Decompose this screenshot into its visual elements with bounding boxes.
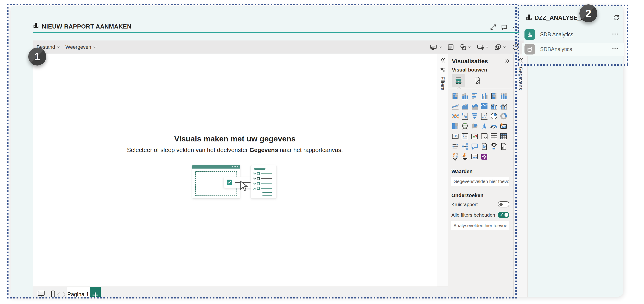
visual-power-automate-visual[interactable] bbox=[460, 152, 469, 161]
page-boundary-line bbox=[33, 282, 437, 282]
collapse-left-icon[interactable] bbox=[440, 57, 446, 63]
visual-funnel-chart[interactable] bbox=[470, 112, 479, 121]
chevron-down-icon bbox=[57, 46, 60, 48]
visual-metrics[interactable] bbox=[490, 142, 498, 151]
visual-100-stacked-bar-chart[interactable] bbox=[490, 91, 498, 101]
expand-right-icon[interactable] bbox=[504, 58, 510, 65]
svg-text:123: 123 bbox=[502, 125, 506, 128]
visual-paginated-report[interactable] bbox=[499, 142, 508, 151]
refresh-icon[interactable] bbox=[612, 14, 620, 22]
visual-line-and-stacked-column-chart[interactable] bbox=[490, 101, 498, 111]
visual-card-new[interactable]: 123 bbox=[499, 122, 508, 131]
visual-filled-map[interactable] bbox=[470, 122, 479, 131]
annotation-box-2-right bbox=[627, 5, 628, 66]
visual-line-chart[interactable] bbox=[451, 101, 460, 111]
add-page-button[interactable] bbox=[90, 287, 101, 297]
canvas-empty-subtitle: Selecteer of sleep velden van het deelve… bbox=[33, 146, 437, 154]
selected-tab-notch bbox=[456, 86, 461, 90]
insert-qna-button[interactable] bbox=[428, 42, 444, 52]
values-field-well[interactable]: Gegevensvelden hier toevo... bbox=[451, 177, 509, 186]
build-visual-label: Visual bouwen bbox=[452, 67, 487, 73]
catalog-item-dataset[interactable]: SDBAnalytics bbox=[522, 43, 624, 56]
menu-weergeven-label: Weergeven bbox=[66, 44, 91, 50]
page-tab[interactable]: Pagina 1 bbox=[67, 287, 90, 297]
more-icon[interactable] bbox=[612, 46, 618, 53]
keep-filters-toggle[interactable]: ✓ bbox=[498, 212, 509, 218]
checkbox-icon bbox=[226, 179, 232, 185]
cross-report-toggle[interactable] bbox=[498, 201, 509, 207]
tab-format-visual[interactable] bbox=[470, 74, 484, 87]
report-canvas[interactable]: Visuals maken met uw gegevens Selecteer … bbox=[33, 54, 437, 286]
visual-clustered-column-chart[interactable] bbox=[480, 91, 489, 101]
expand-icon[interactable] bbox=[489, 23, 497, 31]
visual-power-apps-visual[interactable] bbox=[451, 152, 460, 161]
visual-waterfall-chart[interactable] bbox=[460, 112, 469, 121]
visual-multi-row-card[interactable] bbox=[460, 132, 469, 141]
filters-pane-label: Filters bbox=[440, 77, 446, 90]
desktop-view-icon[interactable] bbox=[36, 289, 46, 297]
next-page-icon[interactable] bbox=[61, 291, 67, 297]
fields-pane-label: Gegevens bbox=[518, 67, 524, 90]
format-visual-tab-icon bbox=[473, 76, 481, 85]
visual-slicer[interactable] bbox=[480, 132, 489, 141]
visual-100-stacked-column-chart[interactable] bbox=[499, 91, 508, 101]
annotation-badge-1: 1 bbox=[28, 48, 46, 66]
visual-donut-chart[interactable] bbox=[499, 112, 508, 121]
catalog-item-label: SDBAnalytics bbox=[540, 46, 612, 53]
visual-table[interactable] bbox=[490, 132, 498, 141]
insert-textbox-button[interactable] bbox=[445, 42, 456, 52]
insert-buttons-button[interactable] bbox=[475, 42, 491, 52]
visual-map[interactable] bbox=[460, 122, 469, 131]
visual-q-and-a[interactable] bbox=[470, 142, 479, 151]
visuals-grid: 123123 bbox=[451, 91, 509, 162]
visual-area-chart[interactable] bbox=[460, 101, 469, 111]
cross-report-row: Kruisrapport bbox=[452, 201, 509, 207]
annotation-box-2-top bbox=[518, 5, 628, 6]
values-section-label: Waarden bbox=[452, 169, 472, 175]
visual-ribbon-chart[interactable] bbox=[451, 112, 460, 121]
illustration-field-list bbox=[250, 165, 277, 199]
tab-build-visual[interactable] bbox=[452, 74, 465, 87]
visual-decomposition-tree[interactable] bbox=[460, 142, 469, 151]
visual-image-visual[interactable] bbox=[470, 152, 479, 161]
more-icon[interactable] bbox=[612, 31, 618, 38]
visual-line-and-clustered-column-chart[interactable] bbox=[499, 101, 508, 111]
visual-card[interactable]: 123 bbox=[451, 132, 460, 141]
catalog-item-report[interactable]: SDB Analytics bbox=[522, 28, 624, 41]
visual-slicer-new[interactable] bbox=[451, 142, 460, 151]
visual-kpi[interactable] bbox=[470, 132, 479, 141]
filters-pane-collapsed[interactable]: Filters bbox=[437, 54, 448, 297]
visual-pie-chart[interactable] bbox=[490, 112, 498, 121]
drillthrough-section-label: Onderzoeken bbox=[452, 192, 483, 198]
visual-smart-narrative[interactable] bbox=[480, 142, 489, 151]
annotation-box-1-left bbox=[7, 4, 8, 298]
catalog-item-label: SDB Analytics bbox=[540, 32, 612, 38]
visual-stacked-area-chart[interactable] bbox=[470, 101, 479, 111]
visual-clustered-bar-chart[interactable] bbox=[470, 91, 479, 101]
visual-scatter-chart[interactable] bbox=[480, 112, 489, 121]
visual-matrix[interactable] bbox=[499, 132, 508, 141]
keep-filters-row: Alle filters behouden ✓ bbox=[452, 212, 509, 218]
drillthrough-field-well[interactable]: Analysevelden hier toevoe... bbox=[451, 221, 509, 230]
report-tile-icon bbox=[524, 29, 535, 40]
visual-stacked-column-chart[interactable] bbox=[460, 91, 469, 101]
paste-visual-button[interactable] bbox=[492, 42, 508, 52]
prev-page-icon[interactable] bbox=[56, 291, 61, 297]
insert-shapes-button[interactable] bbox=[458, 42, 474, 52]
comment-icon[interactable] bbox=[500, 23, 508, 31]
page-title: NIEUW RAPPORT AANMAKEN bbox=[42, 23, 132, 30]
visual-custom-visual[interactable] bbox=[480, 152, 489, 161]
subtitle-pre: Selecteer of sleep velden van het deelve… bbox=[127, 146, 249, 153]
annotation-box-2-left bbox=[518, 5, 519, 66]
annotation-box-1-right bbox=[515, 4, 517, 298]
screenshot-root: NIEUW RAPPORT AANMAKEN Bestand Weergeven… bbox=[0, 0, 644, 304]
page-navigation-bar: Pagina 1 bbox=[33, 286, 448, 297]
visual-azure-map[interactable] bbox=[480, 122, 489, 131]
visual-100-stacked-area-chart[interactable] bbox=[480, 101, 489, 111]
visual-stacked-bar-chart[interactable] bbox=[451, 91, 460, 101]
visual-treemap[interactable] bbox=[451, 122, 460, 131]
menu-weergeven[interactable]: Weergeven bbox=[66, 44, 96, 50]
visual-gauge[interactable] bbox=[490, 122, 498, 131]
subtitle-post: naar het rapportcanvas. bbox=[278, 146, 343, 153]
visualizations-title: Visualisaties bbox=[452, 58, 488, 65]
